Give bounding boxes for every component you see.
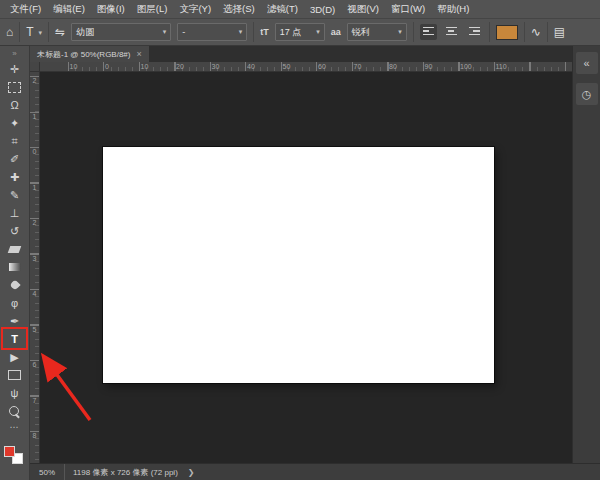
- eyedropper-tool[interactable]: ✐: [0, 150, 29, 168]
- eraser-tool[interactable]: [0, 240, 29, 258]
- blur-tool[interactable]: [0, 276, 29, 294]
- menu-item[interactable]: 文件(F): [4, 0, 47, 18]
- ruler-label: 60: [316, 62, 352, 71]
- clone-stamp-tool[interactable]: ⊥: [0, 204, 29, 222]
- font-style-value: -: [182, 27, 185, 37]
- healing-brush-tool[interactable]: ✚: [0, 168, 29, 186]
- align-right-button[interactable]: [466, 24, 483, 40]
- separator: [253, 22, 254, 42]
- collapse-panels-icon[interactable]: «: [576, 52, 598, 74]
- font-size-select[interactable]: 17 点 ▾: [275, 23, 325, 41]
- toolbox: » ✛Ω✦⌗✐✚✎⊥↺φ✒T▶ψ ⋯: [0, 46, 30, 480]
- align-left-button[interactable]: [420, 24, 437, 40]
- document-tab[interactable]: 未标题-1 @ 50%(RGB/8#) ×: [30, 46, 149, 62]
- hand-tool[interactable]: ψ: [0, 384, 29, 402]
- warp-text-icon[interactable]: ∿: [531, 26, 541, 38]
- ruler-label: 10: [139, 62, 175, 71]
- anti-alias-icon: aa: [331, 27, 341, 37]
- menu-item[interactable]: 文字(Y): [173, 0, 217, 18]
- type-tool-icon: T: [26, 26, 33, 38]
- font-size-value: 17 点: [280, 26, 302, 39]
- ruler-label: 2: [30, 76, 39, 112]
- ruler-label: 0: [103, 62, 139, 71]
- ruler-label: 50: [281, 62, 317, 71]
- toggle-panels-icon[interactable]: ▤: [554, 26, 565, 38]
- menu-item[interactable]: 窗口(W): [385, 0, 431, 18]
- menu-item[interactable]: 视图(V): [341, 0, 385, 18]
- shape-tool[interactable]: [0, 366, 29, 384]
- options-bar: ⌂ T ▾ ⇋ 幼圆 ▾ - ▾ tT 17 点 ▾ aa 锐利 ▾: [0, 19, 600, 46]
- text-orientation-icon[interactable]: ⇋: [55, 26, 65, 38]
- dodge-tool[interactable]: φ: [0, 294, 29, 312]
- gradient-tool[interactable]: [0, 258, 29, 276]
- photoshop-window: 文件(F)编辑(E)图像(I)图层(L)文字(Y)选择(S)滤镜(T)3D(D)…: [0, 0, 600, 480]
- ruler-label: 100: [458, 62, 494, 71]
- font-family-select[interactable]: 幼圆 ▾: [71, 23, 171, 41]
- ruler-label: 10: [68, 62, 104, 71]
- toolbox-collapse-icon[interactable]: »: [0, 46, 29, 60]
- chevron-down-icon: ▾: [163, 28, 167, 36]
- canvas[interactable]: [103, 147, 494, 383]
- chevron-down-icon: ▾: [398, 28, 402, 36]
- brush-tool[interactable]: ✎: [0, 186, 29, 204]
- font-size-icon: tT: [260, 27, 269, 37]
- align-right-icon: [469, 27, 480, 37]
- vertical-ruler: 21012345678910: [30, 72, 40, 463]
- menu-item[interactable]: 帮助(H): [431, 0, 475, 18]
- anti-alias-select[interactable]: 锐利 ▾: [347, 23, 407, 41]
- document-size-info: 1198 像素 x 726 像素 (72 ppi): [65, 467, 186, 478]
- ruler-label: 20: [174, 62, 210, 71]
- menu-item[interactable]: 3D(D): [304, 0, 341, 18]
- menu-item[interactable]: 选择(S): [217, 0, 261, 18]
- menu-item[interactable]: 滤镜(T): [261, 0, 304, 18]
- chevron-down-icon: ▾: [39, 29, 43, 36]
- ruler-label: 70: [352, 62, 388, 71]
- ruler-label: 3: [30, 254, 39, 290]
- close-icon[interactable]: ×: [136, 49, 141, 59]
- ruler-label: 80: [387, 62, 423, 71]
- ruler-label: 1: [30, 183, 39, 219]
- menu-item[interactable]: 图层(L): [131, 0, 174, 18]
- chevron-down-icon: ▾: [316, 28, 320, 36]
- ruler-label: 6: [30, 360, 39, 396]
- ruler-label: 7: [30, 396, 39, 432]
- menubar: 文件(F)编辑(E)图像(I)图层(L)文字(Y)选择(S)滤镜(T)3D(D)…: [0, 0, 600, 19]
- tool-preset-button[interactable]: T ▾: [26, 26, 42, 38]
- menu-item[interactable]: 编辑(E): [47, 0, 91, 18]
- font-family-value: 幼圆: [76, 26, 94, 39]
- align-center-icon: [446, 27, 457, 37]
- ruler-label: 4: [30, 289, 39, 325]
- canvas-viewport: [40, 72, 572, 463]
- ruler-label: 90: [423, 62, 459, 71]
- foreground-color-swatch[interactable]: [4, 446, 15, 457]
- menu-item[interactable]: 图像(I): [91, 0, 131, 18]
- chevron-down-icon: ▾: [239, 28, 243, 36]
- ruler-label: 1: [30, 112, 39, 148]
- separator: [48, 22, 49, 42]
- status-bar: 50% 1198 像素 x 726 像素 (72 ppi) ❯: [30, 463, 600, 480]
- separator: [524, 22, 525, 42]
- lasso-tool[interactable]: Ω: [0, 96, 29, 114]
- ruler-label: 0: [30, 147, 39, 183]
- align-center-button[interactable]: [443, 24, 460, 40]
- home-icon[interactable]: ⌂: [6, 26, 13, 38]
- crop-tool[interactable]: ⌗: [0, 132, 29, 150]
- zoom-level-field[interactable]: 50%: [30, 464, 65, 480]
- history-panel-icon[interactable]: ◷: [576, 83, 598, 105]
- magic-wand-tool[interactable]: ✦: [0, 114, 29, 132]
- ruler-label: 40: [245, 62, 281, 71]
- font-style-select[interactable]: - ▾: [177, 23, 247, 41]
- history-brush-tool[interactable]: ↺: [0, 222, 29, 240]
- separator: [413, 22, 414, 42]
- zoom-tool[interactable]: [0, 402, 29, 420]
- edit-toolbar-icon[interactable]: ⋯: [0, 420, 29, 434]
- document-area: 未标题-1 @ 50%(RGB/8#) × 100102030405060708…: [30, 46, 572, 463]
- ruler-corner: [30, 62, 40, 72]
- align-left-icon: [423, 27, 434, 37]
- status-chevron-icon[interactable]: ❯: [188, 468, 195, 477]
- text-color-swatch[interactable]: [496, 25, 518, 40]
- separator: [19, 22, 20, 42]
- path-selection-tool[interactable]: ▶: [0, 348, 29, 366]
- marquee-tool[interactable]: [0, 78, 29, 96]
- move-tool[interactable]: ✛: [0, 60, 29, 78]
